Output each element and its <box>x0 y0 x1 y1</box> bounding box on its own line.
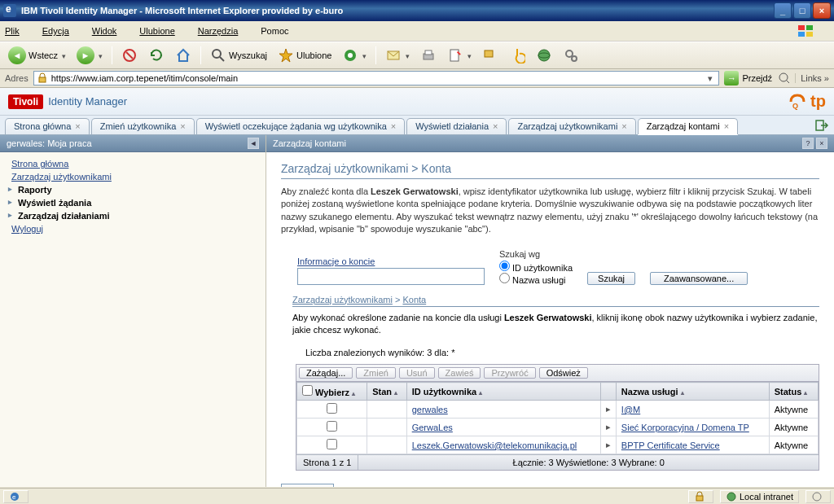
menu-help[interactable]: Pomoc <box>261 26 300 36</box>
radio-userid[interactable]: ID użytkownika <box>499 261 573 273</box>
media-button[interactable] <box>339 46 370 65</box>
svg-rect-0 <box>798 25 805 30</box>
row-menu-icon[interactable]: ▸ <box>600 436 616 454</box>
col-status[interactable]: Status <box>769 383 818 401</box>
logout-icon[interactable] <box>814 118 829 134</box>
col-select[interactable]: Wybierz <box>297 383 367 401</box>
tbl-restore-button: Przywróć <box>484 367 535 379</box>
tab-home[interactable]: Strona główna× <box>5 118 90 134</box>
row-menu-icon[interactable]: ▸ <box>600 401 616 419</box>
row-checkbox[interactable] <box>327 439 337 449</box>
url-box[interactable]: ▾ <box>33 71 720 85</box>
panel-help-icon[interactable]: ? <box>802 138 814 149</box>
searchby-label: Szukaj wg <box>499 249 573 259</box>
nav-manage-activities[interactable]: Zarządzaj działaniami <box>11 209 254 222</box>
row-userid-link[interactable]: GerwaLes <box>412 423 453 432</box>
tab-change-user[interactable]: Zmień użytkownika× <box>91 118 195 134</box>
tab-strip: Strona główna× Zmień użytkownika× Wyświe… <box>0 116 834 135</box>
nav-logout[interactable]: Wyloguj <box>11 222 254 235</box>
row-service-link[interactable]: BPTP Certificate Service <box>621 440 720 450</box>
refresh-button[interactable] <box>145 46 168 65</box>
svg-point-5 <box>213 50 221 58</box>
minimize-button[interactable]: _ <box>774 2 792 19</box>
forward-button[interactable]: ► <box>73 45 106 66</box>
svg-rect-10 <box>425 50 432 55</box>
close-icon[interactable]: × <box>724 121 729 131</box>
col-userid[interactable]: ID użytkownika <box>406 383 600 401</box>
close-icon[interactable]: × <box>621 121 626 131</box>
col-service[interactable]: Nazwa usługi <box>616 383 769 401</box>
table-footer: Strona 1 z 1 Łącznie: 3 Wyświetlone: 3 W… <box>296 454 819 470</box>
menu-favorites[interactable]: Ulubione <box>139 26 186 36</box>
row-checkbox[interactable] <box>327 403 337 414</box>
svg-rect-1 <box>806 25 813 30</box>
tbl-modify-button: Zmień <box>356 367 396 379</box>
tab-view-activities[interactable]: Wyświetl działania× <box>406 118 507 134</box>
svg-rect-3 <box>806 32 813 37</box>
menu-tools[interactable]: Narzędzia <box>198 26 250 36</box>
search-button[interactable]: Szukaj <box>587 272 635 285</box>
close-icon[interactable]: × <box>75 121 80 131</box>
row-checkbox[interactable] <box>327 421 337 432</box>
menu-view[interactable]: Widok <box>92 26 129 36</box>
nav-manage-users[interactable]: Zarządzaj użytkownikami <box>11 170 254 183</box>
nav-view-requests[interactable]: Wyświetl żądania <box>11 196 254 209</box>
row-menu-icon[interactable]: ▸ <box>600 419 616 436</box>
row-userid-link[interactable]: Leszek.Gerwatowski@telekomunikacja.pl <box>412 440 577 450</box>
product-name: Identity Manager <box>48 95 127 107</box>
svg-rect-18 <box>39 77 46 82</box>
menu-edit[interactable]: Edycja <box>42 26 81 36</box>
close-icon[interactable]: × <box>180 121 185 131</box>
close-icon[interactable]: × <box>391 121 396 131</box>
col-state[interactable]: Stan <box>367 383 406 401</box>
panel-close-icon[interactable]: × <box>816 138 827 149</box>
url-input[interactable] <box>51 73 705 83</box>
lock-icon <box>37 72 48 84</box>
page-breadcrumb: Zarządzaj użytkownikami > Konta <box>281 162 819 179</box>
tab-manage-accounts[interactable]: Zarządzaj kontami× <box>638 118 738 134</box>
tab-pending-requests[interactable]: Wyświetl oczekujące żądania wg użytkowni… <box>196 118 406 134</box>
account-info-label[interactable]: Informacje o koncie <box>297 256 485 266</box>
sub-breadcrumb: Zarządzaj użytkownikami > Konta <box>292 295 819 307</box>
advanced-button[interactable]: Zaawansowane... <box>650 272 748 285</box>
svg-text:Q: Q <box>792 102 798 110</box>
search-area: Informacje o koncie Szukaj wg ID użytkow… <box>297 249 819 285</box>
row-status: Aktywne <box>769 436 818 454</box>
right-panel-title: Zarządzaj kontami <box>273 138 346 148</box>
row-service-link[interactable]: I@M <box>621 405 640 414</box>
mail-button[interactable] <box>382 46 413 65</box>
radio-service[interactable]: Nazwa usługi <box>499 273 573 285</box>
close-icon[interactable]: × <box>493 121 498 131</box>
select-all-checkbox[interactable] <box>302 385 313 396</box>
window-title: IBM Tivoli Identity Manager - Microsoft … <box>21 6 774 15</box>
account-info-input[interactable] <box>297 268 485 285</box>
edit-button[interactable] <box>444 46 475 65</box>
discuss-button[interactable] <box>479 46 502 65</box>
globe-button[interactable] <box>533 46 555 65</box>
favorites-button[interactable]: Ulubione <box>274 46 335 65</box>
research-button[interactable] <box>506 46 529 65</box>
search-button[interactable]: Wyszukaj <box>207 46 270 65</box>
collapse-left-icon[interactable]: ◄ <box>248 138 259 149</box>
row-userid-link[interactable]: gerwales <box>412 405 448 414</box>
close-page-button[interactable]: Zamknij <box>281 484 334 487</box>
nav-home[interactable]: Strona główna <box>11 157 254 170</box>
tbl-request-button[interactable]: Zażądaj... <box>299 367 353 379</box>
maximize-button[interactable]: □ <box>793 2 811 19</box>
menu-file[interactable]: Plik <box>5 26 31 36</box>
tab-manage-users[interactable]: Zarządzaj użytkownikami× <box>508 118 635 134</box>
print-button[interactable] <box>417 46 440 65</box>
go-button[interactable]: → Przejdź <box>724 71 772 85</box>
gears-button[interactable] <box>560 46 582 65</box>
row-service-link[interactable]: Sieć Korporacyjna / Domena TP <box>621 423 749 432</box>
svg-rect-13 <box>485 50 493 57</box>
links-label[interactable]: Links <box>795 73 829 83</box>
tbl-refresh-button[interactable]: Odśwież <box>539 367 588 379</box>
addr-extra-button[interactable] <box>777 71 790 85</box>
stop-button[interactable] <box>118 46 141 65</box>
home-button[interactable] <box>172 46 195 65</box>
url-dropdown[interactable]: ▾ <box>705 73 716 84</box>
nav-reports[interactable]: Raporty <box>11 183 254 196</box>
window-close-button[interactable]: × <box>813 2 831 19</box>
back-button[interactable]: ◄ Wstecz <box>5 45 69 66</box>
